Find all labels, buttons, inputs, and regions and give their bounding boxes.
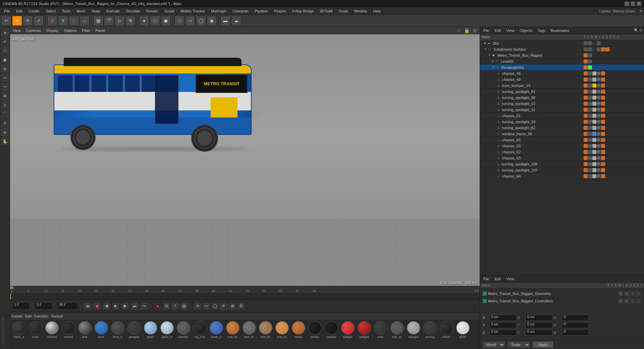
icon4[interactable]: ↓ (636, 291, 641, 296)
mat-leg-cha[interactable]: leg_cha (192, 321, 207, 339)
layout-expand-icon[interactable]: ▼ (639, 9, 643, 13)
flag[interactable]: ✕ (597, 126, 601, 130)
flag[interactable]: ✕ (597, 102, 601, 106)
obj-spotlight-32[interactable]: △ turning_spotlight_32 ✕ (480, 101, 644, 107)
mat-taillig2[interactable]: taillight (357, 321, 372, 339)
frame-current-input[interactable]: 0 F (35, 303, 52, 309)
vp-fit-icon[interactable]: ⊹ (457, 28, 461, 33)
mat-mat-flo[interactable]: mat_flo (258, 321, 273, 339)
menu-simulate[interactable]: Simulate (123, 8, 143, 14)
mat-black-p[interactable]: black_p (11, 321, 26, 339)
menu-select[interactable]: Select (43, 8, 59, 14)
icon1[interactable]: ⊞ (618, 298, 623, 304)
record-btn[interactable]: ⏺ (93, 302, 101, 310)
flag[interactable]: ✕ (597, 120, 601, 124)
points-btn[interactable]: ● (139, 16, 149, 26)
obj-bus[interactable]: ▼ ◼ Metro_Transit_Bus_Rigged (480, 52, 644, 58)
coord-system-dropdown[interactable]: World Local Object (483, 341, 505, 348)
flag[interactable] (588, 156, 592, 160)
flag[interactable] (592, 144, 596, 148)
help-btn[interactable]: ? (171, 302, 179, 310)
obj-spotlight-108[interactable]: △ turning_spotlight_108 ✕ (480, 161, 644, 167)
vp-lock-icon[interactable]: 🔒 (464, 28, 470, 33)
tool-polygon[interactable]: ◼ (1, 55, 9, 64)
p-input[interactable]: 0° (562, 322, 589, 328)
vp-display-menu[interactable]: Display (45, 29, 60, 33)
flag[interactable] (592, 174, 596, 178)
y-pos-input[interactable]: 0 cm (489, 322, 516, 328)
flag[interactable] (592, 126, 596, 130)
ipr-btn[interactable]: ▷ (115, 16, 125, 26)
flag[interactable]: ✕ (597, 71, 601, 76)
tool-spline[interactable]: 〜 (1, 83, 9, 91)
step-back-btn[interactable]: ◀ (102, 302, 110, 310)
obj-spotlight-107[interactable]: △ turning_spotlight_107 ✕ (480, 167, 644, 173)
menu-character[interactable]: Character (230, 8, 251, 14)
obj-subdivision[interactable]: ▼ ⬡ Subdivision Surface ✓ (480, 46, 644, 52)
flag-check[interactable]: ✓ (592, 41, 596, 45)
motion-btn3[interactable]: ◯ (211, 302, 219, 310)
mat-function[interactable]: Function (34, 314, 48, 318)
flag-s[interactable] (584, 41, 588, 45)
flag[interactable] (584, 174, 588, 178)
menu-plugins[interactable]: Plugins (271, 8, 288, 14)
flag[interactable] (588, 162, 592, 166)
flag[interactable] (588, 114, 592, 118)
flag[interactable] (588, 144, 592, 148)
flag[interactable] (584, 114, 588, 118)
obj-chassis-65[interactable]: △ chassis_65 ✕ (480, 137, 644, 143)
render-btn[interactable]: ▦ (93, 16, 103, 26)
obj-line001[interactable]: ▶ 〜 Line001 (480, 58, 644, 64)
frame-end-input[interactable]: 90 F (58, 303, 78, 309)
rotate-tool-btn[interactable]: ↻ (23, 16, 33, 26)
flag[interactable] (584, 162, 588, 166)
flag[interactable] (584, 53, 588, 57)
mat-chrome[interactable]: chrome (44, 321, 59, 339)
x-rot-input[interactable]: 0 cm (526, 315, 552, 321)
window-controls[interactable]: ─ □ ✕ (625, 1, 641, 6)
attr-edit-menu[interactable]: Edit (493, 277, 503, 281)
obj-spotlight-81[interactable]: △ turning_spotlight_81 ✕ (480, 89, 644, 95)
mat-tank[interactable]: tank (373, 321, 388, 339)
flag[interactable] (588, 96, 592, 100)
mat-mat-ch[interactable]: mat_ch (241, 321, 257, 339)
flag[interactable] (588, 65, 592, 69)
menu-file[interactable]: File (1, 8, 13, 14)
flag-v[interactable] (588, 41, 592, 45)
frame-start-input[interactable]: 0 F (13, 303, 30, 309)
obj-chassis-62[interactable]: △ chassis_62 ✕ (480, 149, 644, 155)
obj-chassis-63[interactable]: △ chassis_63 ✕ (480, 155, 644, 161)
menu-tools[interactable]: Tools (59, 8, 73, 14)
mat-white[interactable]: white (455, 321, 470, 339)
h-input[interactable]: 0° (562, 315, 589, 321)
obj-chassis-03[interactable]: △ chassis_03 ✕ (480, 143, 644, 149)
obj-file-menu[interactable]: File (481, 29, 491, 33)
motion-btn2[interactable]: ▭ (202, 302, 210, 310)
flag[interactable]: ✕ (597, 156, 601, 160)
mat-motor[interactable]: motor (291, 321, 306, 339)
obj-edit-menu[interactable]: Edit (493, 29, 503, 33)
mat-control[interactable]: control (61, 321, 76, 339)
flag[interactable] (592, 90, 596, 94)
mat-glass[interactable]: glass (143, 321, 158, 339)
flag-check[interactable]: ✓ (592, 47, 596, 51)
flag[interactable] (592, 96, 596, 100)
flag[interactable] (592, 108, 596, 112)
menu-vray[interactable]: V-Ray Bridge (289, 8, 317, 14)
menu-snap[interactable]: Snap (89, 8, 103, 14)
floor-btn[interactable]: ▬ (220, 16, 230, 26)
maximize-btn[interactable]: □ (631, 1, 635, 6)
icon2[interactable]: ◎ (624, 298, 629, 304)
flag[interactable] (592, 138, 596, 142)
obj-view-menu[interactable]: View (504, 29, 517, 33)
flag[interactable]: ✕ (597, 168, 601, 172)
flag[interactable] (588, 138, 592, 142)
menu-pipeline[interactable]: Pipeline (252, 8, 270, 14)
obj-window-frame-05[interactable]: △ window_frame_05 ✕ (480, 131, 644, 137)
flag[interactable] (584, 132, 588, 136)
edges-btn[interactable]: ⬡ (150, 16, 160, 26)
flag[interactable] (601, 108, 605, 112)
flag[interactable] (584, 150, 588, 154)
attr-obj-controllers[interactable]: Metro_Transit_Bus_Rigged_Controllers ⊞ ◎… (481, 297, 643, 305)
auto-key-btn[interactable]: ● (154, 302, 162, 310)
